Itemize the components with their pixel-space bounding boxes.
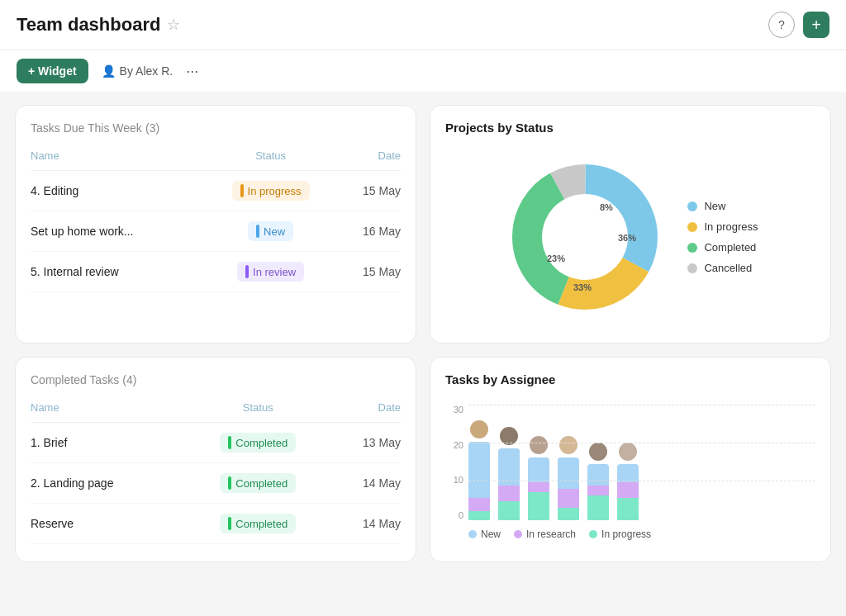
bar-legend-dot-inresearch <box>514 530 522 538</box>
legend-dot-inprogress <box>687 222 697 232</box>
projects-by-status-card: Projects by Status 8% 36% 23 <box>430 105 831 344</box>
legend-new: New <box>687 200 758 212</box>
donut-chart: 8% 36% 23% 33% <box>502 154 668 320</box>
bar-segment <box>468 498 490 510</box>
user-label: By Alex R. <box>120 64 173 78</box>
avatar <box>530 436 548 454</box>
bar-segment <box>468 442 490 498</box>
status-badge: Completed <box>220 514 296 533</box>
bars <box>528 457 549 520</box>
bar-segment <box>587 495 609 520</box>
task-status: Completed <box>187 504 330 544</box>
user-icon: 👤 <box>102 64 116 78</box>
by-user: 👤 By Alex R. <box>102 64 173 78</box>
status-badge: Completed <box>220 473 296 493</box>
tasks-due-card: Tasks Due This Week (3) Name Status Date… <box>15 105 416 344</box>
status-badge: New <box>248 221 293 241</box>
bar-segment <box>528 457 549 482</box>
legend-completed: Completed <box>687 241 758 254</box>
tasks-due-title: Tasks Due This Week (3) <box>31 121 401 135</box>
legend-inprogress: In progress <box>687 220 758 233</box>
page-title: Team dashboard <box>17 14 160 36</box>
bar-segment <box>617 482 639 498</box>
completed-tasks-card: Completed Tasks (4) Name Status Date 1. … <box>15 357 416 562</box>
bar-segment <box>558 489 579 508</box>
table-row: 2. Landing page Completed 14 May <box>31 463 401 504</box>
label-36pct: 36% <box>618 233 636 243</box>
y-0: 0 <box>445 510 463 520</box>
col-date: Date <box>336 146 401 171</box>
add-widget-button[interactable]: + Widget <box>17 59 88 83</box>
add-button[interactable]: + <box>803 12 829 38</box>
task-status: Completed <box>187 423 330 463</box>
y-10: 10 <box>445 475 463 485</box>
bar-group <box>528 436 549 520</box>
top-bar-left: Team dashboard ☆ <box>17 14 180 36</box>
col-name: Name <box>31 146 205 171</box>
col-name-c: Name <box>31 398 187 423</box>
bars <box>558 457 579 520</box>
help-button[interactable]: ? <box>768 12 795 38</box>
grid-10 <box>468 481 815 481</box>
status-badge: Completed <box>220 433 296 453</box>
bar-segment <box>558 508 579 520</box>
task-date: 13 May <box>330 423 401 463</box>
y-30: 30 <box>445 405 463 415</box>
bar-segment <box>617 498 639 520</box>
label-33pct: 33% <box>573 282 592 292</box>
top-bar-right: ? + <box>768 12 829 38</box>
grid-30 <box>468 405 815 405</box>
completed-tasks-table: Name Status Date 1. Brief Completed 13 M… <box>31 398 401 544</box>
task-date: 15 May <box>336 171 401 211</box>
task-date: 14 May <box>330 463 401 504</box>
status-dot <box>228 517 231 530</box>
bar-group <box>468 420 490 520</box>
bar-chart-container: 30 20 10 0 <box>445 405 815 520</box>
bar-segment <box>498 501 520 520</box>
table-row: Reserve Completed 14 May <box>31 504 401 544</box>
donut-chart-area: 8% 36% 23% 33% New In progress Complete <box>445 146 815 328</box>
task-date: 16 May <box>336 211 401 252</box>
star-icon[interactable]: ☆ <box>167 16 180 34</box>
bar-chart-area: 30 20 10 0 New <box>445 398 815 547</box>
label-8pct: 8% <box>600 202 613 212</box>
task-name: 2. Landing page <box>31 463 187 504</box>
completed-tasks-title: Completed Tasks (4) <box>31 372 401 386</box>
status-badge: In progress <box>232 181 310 201</box>
table-row: 4. Editing In progress 15 May <box>31 171 401 211</box>
assignee-title: Tasks by Assignee <box>445 372 815 386</box>
legend-dot-new <box>687 201 697 211</box>
avatar <box>470 420 488 438</box>
task-status: In progress <box>205 171 336 211</box>
bar-segment <box>617 464 639 483</box>
avatar <box>619 443 637 461</box>
task-date: 15 May <box>336 252 401 292</box>
grid-20 <box>468 443 815 443</box>
task-status: In review <box>205 252 336 292</box>
dots-menu[interactable]: ··· <box>186 63 198 80</box>
bar-segment <box>528 482 549 491</box>
task-status: New <box>205 211 336 252</box>
bar-segment <box>498 448 520 486</box>
bar-segment <box>587 486 609 495</box>
status-dot <box>228 436 231 449</box>
task-name: Set up home work... <box>31 211 205 252</box>
bar-group <box>498 427 520 520</box>
task-name: 1. Brief <box>31 423 187 463</box>
donut-legend: New In progress Completed Cancelled <box>687 200 758 274</box>
col-status: Status <box>205 146 336 171</box>
main-content: Tasks Due This Week (3) Name Status Date… <box>0 92 846 576</box>
title-area: Team dashboard ☆ <box>17 14 180 36</box>
bars <box>498 448 520 520</box>
bar-segment <box>528 492 549 520</box>
col-date-c: Date <box>330 398 401 423</box>
bars <box>587 464 609 520</box>
avatar <box>589 443 607 461</box>
bar-legend: New In research In progress <box>445 528 815 540</box>
bar-segment <box>558 457 579 489</box>
top-bar: Team dashboard ☆ ? + <box>0 0 846 50</box>
bar-legend-new: New <box>468 528 501 540</box>
bar-legend-dot-new <box>468 530 477 538</box>
table-row: 1. Brief Completed 13 May <box>31 423 401 463</box>
bars <box>617 464 639 520</box>
